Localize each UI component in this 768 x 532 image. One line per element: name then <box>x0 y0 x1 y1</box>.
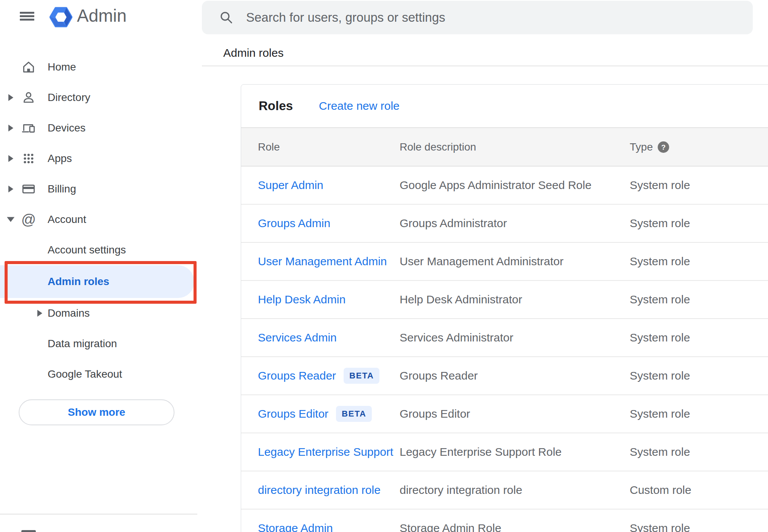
table-row: Storage AdminStorage Admin RoleSystem ro… <box>241 510 768 532</box>
sidebar: Admin HomeDirectoryDevicesAppsBilling@Ac… <box>0 0 202 532</box>
role-link-groups-editor[interactable]: Groups Editor <box>258 407 328 420</box>
sidebar-item-data-migration[interactable]: Data migration <box>0 328 202 359</box>
sidebar-item-label: Domains <box>48 307 90 319</box>
sidebar-item-domains[interactable]: Domains <box>0 298 202 328</box>
sidebar-item-admin-roles[interactable]: Admin roles <box>0 265 202 298</box>
table-row: Super AdminGoogle Apps Administrator See… <box>241 167 768 205</box>
sidebar-item-label: Account <box>48 213 86 226</box>
chevron-right-icon[interactable] <box>8 125 13 131</box>
credit-card-icon <box>21 182 36 196</box>
role-description: Groups Administrator <box>400 217 507 230</box>
at-sign-icon: @ <box>21 212 36 227</box>
roles-title: Roles <box>259 99 293 113</box>
svg-text:?: ? <box>661 143 666 151</box>
sidebar-item-google-takeout[interactable]: Google Takeout <box>0 359 202 389</box>
chevron-right-icon[interactable] <box>37 310 42 317</box>
search-icon <box>219 10 234 25</box>
devices-icon <box>21 121 36 135</box>
table-row: directory integration roledirectory inte… <box>241 471 768 510</box>
chevron-right-icon[interactable] <box>8 94 13 101</box>
role-link-storage-admin[interactable]: Storage Admin <box>258 522 333 532</box>
sidebar-item-label: Google Takeout <box>48 368 122 380</box>
sidebar-item-label: Directory <box>48 91 90 104</box>
table-row: Groups ReaderBETAGroups ReaderSystem rol… <box>241 357 768 395</box>
search-input[interactable]: Search for users, groups or settings <box>246 10 445 25</box>
role-description: Legacy Enterprise Support Role <box>400 445 562 458</box>
sidebar-item-label: Billing <box>48 183 76 195</box>
sidebar-item-label: Data migration <box>48 338 117 350</box>
role-type: System role <box>630 331 690 344</box>
role-type: Custom role <box>630 484 691 497</box>
role-type: System role <box>630 179 690 192</box>
role-type: System role <box>630 407 690 420</box>
role-type: System role <box>630 445 690 458</box>
header-divider <box>202 66 768 66</box>
clipped-sidebar-icon <box>21 530 36 532</box>
hamburger-menu-icon[interactable] <box>18 8 37 25</box>
role-description: Help Desk Administrator <box>400 293 522 306</box>
role-link-services-admin[interactable]: Services Admin <box>258 331 337 344</box>
role-type: System role <box>630 522 690 532</box>
sidebar-item-home[interactable]: Home <box>0 52 202 82</box>
role-type: System role <box>630 255 690 268</box>
role-type: System role <box>630 217 690 230</box>
role-description: Storage Admin Role <box>400 522 501 532</box>
role-description: Google Apps Administrator Seed Role <box>400 179 592 192</box>
sidebar-item-label: Admin roles <box>48 276 109 288</box>
role-link-groups-reader[interactable]: Groups Reader <box>258 369 336 382</box>
table-row: Groups AdminGroups AdministratorSystem r… <box>241 205 768 243</box>
role-link-directory-integration-role[interactable]: directory integration role <box>258 484 381 497</box>
sidebar-item-account-settings[interactable]: Account settings <box>0 235 202 265</box>
beta-badge: BETA <box>336 406 372 422</box>
role-link-groups-admin[interactable]: Groups Admin <box>258 217 330 230</box>
column-header-type: Type <box>630 141 653 153</box>
table-header: Role Role description Type ? <box>241 127 768 167</box>
role-link-super-admin[interactable]: Super Admin <box>258 179 323 192</box>
sidebar-item-billing[interactable]: Billing <box>0 174 202 204</box>
chevron-right-icon[interactable] <box>8 186 13 192</box>
roles-card: Roles Create new role Role Role descript… <box>241 84 768 532</box>
column-header-role-description: Role description <box>400 141 476 153</box>
sidebar-item-account[interactable]: @Account <box>0 204 202 235</box>
admin-logo-icon <box>50 6 72 29</box>
help-icon[interactable]: ? <box>658 141 669 153</box>
sidebar-item-apps[interactable]: Apps <box>0 143 202 174</box>
sidebar-item-devices[interactable]: Devices <box>0 113 202 143</box>
person-icon <box>21 90 36 105</box>
beta-badge: BETA <box>344 368 379 384</box>
role-description: Groups Reader <box>400 369 478 382</box>
table-row: Legacy Enterprise SupportLegacy Enterpri… <box>241 433 768 471</box>
sidebar-item-label: Apps <box>48 152 72 165</box>
apps-grid-icon <box>21 151 36 166</box>
table-row: Services AdminServices AdministratorSyst… <box>241 319 768 357</box>
home-icon <box>21 60 36 74</box>
table-row: Groups EditorBETAGroups EditorSystem rol… <box>241 395 768 433</box>
sidebar-nav: HomeDirectoryDevicesAppsBilling@AccountA… <box>0 52 202 389</box>
roles-table-body: Super AdminGoogle Apps Administrator See… <box>241 167 768 532</box>
sidebar-item-label: Home <box>48 61 76 73</box>
svg-text:@: @ <box>21 212 36 227</box>
card-title-row: Roles Create new role <box>241 85 768 127</box>
sidebar-item-label: Devices <box>48 122 86 134</box>
breadcrumb: Admin roles <box>223 46 283 59</box>
chevron-right-icon[interactable] <box>8 155 13 162</box>
table-row: Help Desk AdminHelp Desk AdministratorSy… <box>241 281 768 319</box>
role-description: Groups Editor <box>400 407 470 420</box>
column-header-role: Role <box>258 141 280 153</box>
role-link-help-desk-admin[interactable]: Help Desk Admin <box>258 293 346 306</box>
role-description: Services Administrator <box>400 331 513 344</box>
role-link-user-management-admin[interactable]: User Management Admin <box>258 255 387 268</box>
sidebar-item-label: Account settings <box>48 244 126 256</box>
create-new-role-link[interactable]: Create new role <box>319 99 400 112</box>
sidebar-divider <box>0 514 197 514</box>
role-description: User Management Administrator <box>400 255 563 268</box>
role-description: directory integration role <box>400 484 522 497</box>
chevron-down-icon[interactable] <box>7 217 14 222</box>
role-type: System role <box>630 369 690 382</box>
sidebar-item-directory[interactable]: Directory <box>0 82 202 113</box>
table-row: User Management AdminUser Management Adm… <box>241 243 768 281</box>
role-link-legacy-enterprise-support[interactable]: Legacy Enterprise Support <box>258 445 393 458</box>
show-more-button[interactable]: Show more <box>19 399 174 425</box>
app-title: Admin <box>77 5 126 26</box>
search-bar[interactable]: Search for users, groups or settings <box>202 1 753 34</box>
